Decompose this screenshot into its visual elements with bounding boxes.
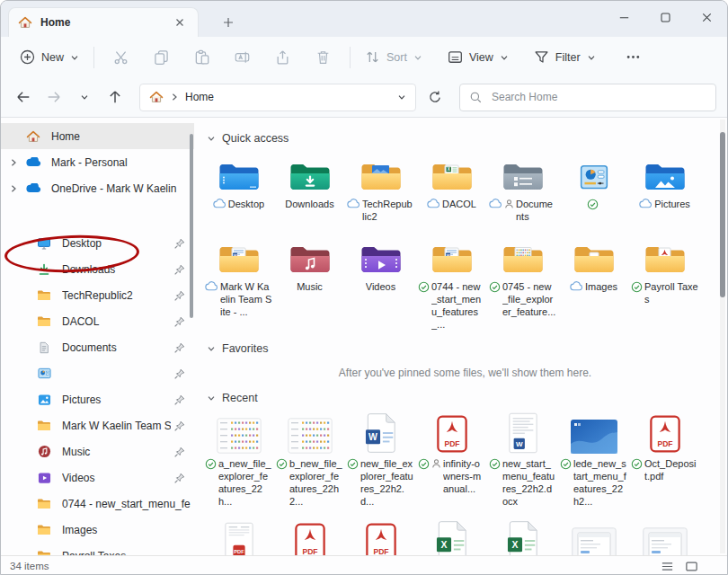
file-tile-dacol[interactable]: XDACOL	[416, 148, 487, 231]
cloud-icon	[639, 199, 653, 208]
sidebar-scrollbar[interactable]	[190, 134, 193, 318]
file-tile-0744-new-start-menu-features[interactable]: W0744 - new_start_menu_features_...	[416, 231, 487, 339]
file-tile-lede-new-start-menu-features-22h2[interactable]: lede_new_start_menu_features_22h2...	[558, 408, 629, 516]
details-view-icon[interactable]	[661, 560, 674, 573]
file-tile-2022-dacol-payr[interactable]: X2022_DACOL_Payr	[416, 516, 487, 555]
file-tile-unnamed[interactable]	[558, 148, 629, 231]
tab-home[interactable]: Home	[8, 7, 199, 37]
sidebar-item-desktop[interactable]: Desktop	[1, 230, 194, 256]
sidebar-item-payroll-taxes[interactable]: Payroll Taxes	[1, 543, 194, 555]
sidebar-item-mark-personal[interactable]: Mark - Personal	[1, 149, 194, 175]
file-tile-pictures[interactable]: Pictures	[629, 148, 700, 231]
large-thumbnails-view-icon[interactable]	[685, 560, 698, 573]
sidebar-list: HomeMark - PersonalOneDrive - Mark W Kae…	[1, 123, 194, 555]
filter-button[interactable]: Filter	[526, 42, 604, 73]
sidebar-item-images[interactable]: Images	[1, 517, 194, 543]
chevron-right-icon[interactable]	[6, 184, 21, 193]
file-tile-new-file-explorer-features-22h2-d[interactable]: Wnew_file_explorer_features_22h2.d...	[345, 408, 416, 516]
view-button[interactable]: View	[439, 42, 517, 73]
close-button[interactable]	[686, 1, 727, 33]
file-tile-label: Music	[297, 280, 323, 293]
file-tile-10-ky-salestax-pd[interactable]: PDF10_KY_SalesTax.pd	[274, 516, 345, 555]
sidebar-item-mark-w-kaelin-team-site-do[interactable]: Mark W Kaelin Team Site - Do	[1, 412, 194, 438]
file-tile-techrepublic2[interactable]: TechRepublic2	[345, 148, 416, 231]
sidebar-item-videos[interactable]: Videos	[1, 464, 194, 491]
rename-button[interactable]	[222, 42, 262, 73]
check-icon	[560, 458, 572, 470]
plus-circle-icon	[20, 49, 35, 65]
file-tile-desktop[interactable]: Desktop	[203, 148, 274, 231]
recent-locations-chevron[interactable]	[73, 85, 96, 109]
file-tile-oct-4th-qtr-dac[interactable]: XOct_4th_QTR_DAC	[487, 516, 558, 555]
cut-button[interactable]	[101, 42, 141, 73]
search-input[interactable]	[490, 90, 706, 104]
file-tile-oct-deposit-pdf[interactable]: PDFOct_Deposit.pdf	[629, 408, 700, 516]
file-tile-documents[interactable]: Documents	[487, 148, 558, 231]
view-button-label: View	[469, 51, 493, 64]
new-tab-button[interactable]	[218, 13, 238, 32]
file-tile-mark-w-kaelin-team-site[interactable]: WMark W Kaelin Team Site - ...	[203, 231, 274, 339]
paste-button[interactable]	[182, 42, 222, 73]
file-tile-infinity-owners-manual[interactable]: PDFinfinity-owners-manual...	[416, 408, 487, 516]
scrollbar-thumb[interactable]	[720, 132, 725, 297]
file-tile-10-ky-wh-k-1-pd[interactable]: PDF10_KY_WH_K-1.pd	[345, 516, 416, 555]
file-tile-s-windows-powe[interactable]: s_windows_powe	[558, 516, 629, 555]
sort-button[interactable]: Sort	[357, 42, 431, 73]
tab-close-icon[interactable]	[171, 13, 189, 31]
file-tile-images[interactable]: Images	[558, 231, 629, 339]
file-tile-payroll-taxes[interactable]: Payroll Taxes	[629, 231, 700, 339]
title-bar: Home	[1, 1, 727, 37]
sidebar-item-unnamed[interactable]	[1, 360, 194, 386]
maximize-button[interactable]	[644, 1, 686, 33]
file-name: b_new_file_explorer_features_22h2...	[289, 457, 343, 508]
sidebar-item-dacol[interactable]: DACOL	[1, 308, 194, 334]
recent-header[interactable]: Recent	[203, 388, 727, 408]
up-button[interactable]	[103, 85, 127, 109]
refresh-button[interactable]	[423, 85, 447, 109]
folder-documents-icon	[502, 153, 544, 194]
recent-title: Recent	[222, 392, 258, 404]
sidebar-item-music[interactable]: Music	[1, 438, 194, 464]
forward-button[interactable]	[42, 85, 66, 109]
file-tile-videos[interactable]: Videos	[345, 231, 416, 339]
breadcrumb-item-home[interactable]: Home	[185, 91, 214, 103]
file-tile-a-new-file-explorer-features-22h[interactable]: a_new_file_explorer_features_22h...	[203, 408, 274, 516]
share-button[interactable]	[262, 42, 303, 73]
file-name: Desktop	[228, 198, 264, 210]
breadcrumb[interactable]: Home	[139, 84, 416, 111]
new-button[interactable]: New	[12, 42, 87, 73]
sidebar-item-pictures[interactable]: Pictures	[1, 386, 194, 412]
file-tile-0745-new-file-explorer-feature[interactable]: 0745 - new_file_explorer_feature...	[487, 231, 558, 339]
file-tile-may-deposit-pdf[interactable]: PDFMay_Deposit.pdf	[203, 516, 274, 555]
sidebar-item-techrepublic2[interactable]: TechRepublic2	[1, 282, 194, 308]
chevron-right-icon[interactable]	[6, 158, 21, 167]
favorites-header[interactable]: Favorites	[203, 339, 727, 358]
file-tile-r-windows-powert[interactable]: r_windows_powert	[629, 516, 700, 555]
check-icon	[276, 458, 288, 470]
chevron-right-icon	[170, 93, 179, 102]
sidebar-item-onedrive-mark-w-kaelin[interactable]: OneDrive - Mark W Kaelin	[1, 175, 194, 201]
file-pdf-icon: PDF	[649, 412, 681, 454]
sidebar-item-downloads[interactable]: Downloads	[1, 256, 194, 282]
copy-button[interactable]	[141, 42, 182, 73]
file-tile-new-start-menu-features-22h2-docx[interactable]: Wnew_start_menu_features_22h2.docx	[487, 408, 558, 516]
sidebar-item-0744-new-start-menu-features-22[interactable]: 0744 - new_start_menu_features_22	[1, 491, 194, 517]
minimize-button[interactable]	[603, 1, 644, 33]
sidebar-item-documents[interactable]: Documents	[1, 334, 194, 360]
folder-pdf-icon	[644, 235, 686, 277]
person-icon	[431, 458, 441, 469]
delete-button[interactable]	[303, 42, 343, 73]
file-tile-downloads[interactable]: Downloads	[274, 148, 345, 231]
more-options-button[interactable]	[613, 42, 653, 73]
address-dropdown-chevron[interactable]	[397, 93, 406, 102]
file-tile-label: Desktop	[213, 198, 264, 210]
back-button[interactable]	[12, 85, 35, 109]
file-tile-music[interactable]: Music	[274, 231, 345, 339]
quick-access-header[interactable]: Quick access	[203, 128, 727, 148]
sidebar-item-home[interactable]: Home	[1, 123, 194, 149]
file-name: new_file_explorer_features_22h2.d...	[360, 457, 414, 508]
file-tile-label: infinity-owners-manual...	[418, 457, 485, 495]
file-name: lede_new_start_menu_features_22h2...	[573, 457, 627, 508]
funnel-icon	[534, 49, 549, 65]
file-tile-b-new-file-explorer-features-22h2[interactable]: b_new_file_explorer_features_22h2...	[274, 408, 345, 516]
